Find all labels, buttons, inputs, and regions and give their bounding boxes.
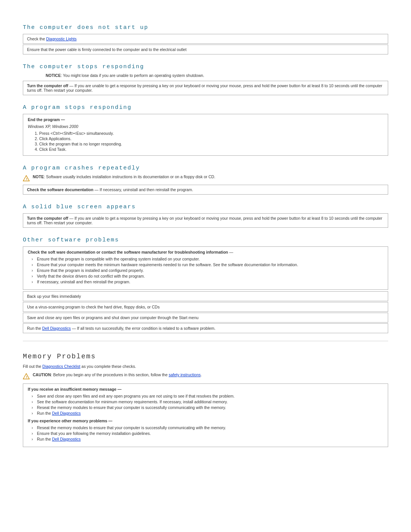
program-stops-box: End the program — Windows XP, Windows 20… xyxy=(23,114,388,156)
other-software-main-box: Check the soft ware documentation or con… xyxy=(23,246,388,290)
section-title-other-software: Other software problems xyxy=(23,237,388,243)
end-program-label: End the program — xyxy=(28,117,383,122)
section-title-stops-responding: The computer stops responding xyxy=(23,64,388,70)
insuf-bullet-3: Reseat the memory modules to ensure that… xyxy=(32,405,383,410)
other-software-bold: Check the soft ware documentation or con… xyxy=(28,250,228,254)
virus-scan-box: Use a virus-scanning program to check th… xyxy=(23,302,388,312)
windows-version-text: Windows XP, Windows 2000 xyxy=(28,124,383,129)
diagnostics-checklist-link[interactable]: Diagnostics Checklist xyxy=(42,364,80,369)
exp-run-pre: Run the xyxy=(37,437,52,441)
no-start-box2: Ensure that the power cable is firmly co… xyxy=(23,45,388,54)
virus-scan-text: Use a virus-scanning program to check th… xyxy=(27,305,159,309)
section-title-memory: Memory Problems xyxy=(23,353,388,360)
step-1: Press <Ctrl><Shift><Esc> simultaneously. xyxy=(39,131,383,136)
other-software-header: Check the soft ware documentation or con… xyxy=(28,250,383,254)
section-title-crashes: A program crashes repeatedly xyxy=(23,165,388,171)
dell-diag-link-insuf[interactable]: Dell Diagnostics xyxy=(52,411,81,415)
insuf-run-pre: Run the xyxy=(37,411,52,415)
safety-instructions-link[interactable]: safety instructions xyxy=(169,372,201,377)
insufficient-memory-header: If you receive an insufficient memory me… xyxy=(28,387,383,391)
blue-screen-bold: Turn the computer off xyxy=(27,216,68,220)
notice-text: : You might lose data if you are unable … xyxy=(61,73,204,78)
other-software-bullets: Ensure that the program is compatible wi… xyxy=(32,257,383,284)
bullet-2: Ensure that your computer meets the mini… xyxy=(32,262,383,267)
check-software-dash: — xyxy=(93,187,99,192)
blue-screen-box: Turn the computer off — If you are unabl… xyxy=(23,213,388,228)
steps-list: Press <Ctrl><Shift><Esc> simultaneously.… xyxy=(39,131,383,152)
caution-row: ! CAUTION: Before you begin any of the p… xyxy=(23,372,388,380)
note-content-crashes: : Software usually includes installation… xyxy=(44,174,215,179)
insufficient-bullets: Save and close any open files and exit a… xyxy=(32,394,383,415)
run-diag-pre: Run the xyxy=(27,326,42,331)
section-divider xyxy=(23,341,388,341)
fill-post: as you complete these checks. xyxy=(80,364,136,369)
notice-label: NOTICE xyxy=(46,73,61,78)
no-start-power-text: Ensure that the power cable is firmly co… xyxy=(27,47,186,52)
backup-files-box: Back up your files immediately xyxy=(23,291,388,301)
experience-bullets: Reseat the memory modules to ensure that… xyxy=(32,425,383,441)
exp-bullet-3: Run the Dell Diagnostics xyxy=(32,437,383,441)
diagnostic-lights-link[interactable]: Diagnostic Lights xyxy=(46,37,76,41)
svg-text:!: ! xyxy=(26,177,27,181)
insufficient-memory-box: If you receive an insufficient memory me… xyxy=(23,383,388,447)
section-title-program-stops: A program stops responding xyxy=(23,104,388,111)
other-software-dash: — xyxy=(228,250,233,254)
backup-files-text: Back up your files immediately xyxy=(27,294,81,299)
insuf-bullet-2: See the software documentation for minim… xyxy=(32,399,383,404)
bullet-4: Verify that the device drivers do not co… xyxy=(32,274,383,278)
turn-off-text: If you are unable to get a response by p… xyxy=(27,83,382,93)
insuf-bullet-1: Save and close any open files and exit a… xyxy=(32,394,383,398)
warning-icon: ! xyxy=(23,175,30,182)
blue-screen-dash: — xyxy=(68,216,74,220)
exp-bullet-2: Ensure that you are following the memory… xyxy=(32,431,383,436)
step-2: Click Applications. xyxy=(39,136,383,141)
bullet-3: Ensure that the program is installed and… xyxy=(32,268,383,273)
blue-screen-text: If you are unable to get a response by p… xyxy=(27,216,382,225)
experience-header: If you experience other memory problems … xyxy=(28,419,383,423)
svg-text:!: ! xyxy=(26,375,27,379)
turn-off-dash: — xyxy=(68,83,74,88)
check-software-text: If necessary, uninstall and then reinsta… xyxy=(100,187,193,192)
no-start-box1: Check the Diagnostic Lights xyxy=(23,34,388,44)
note-text-crashes: NOTE: Software usually includes installa… xyxy=(33,174,215,179)
stops-responding-box: Turn the computer off — If you are unabl… xyxy=(23,81,388,95)
step-3: Click the program that is no longer resp… xyxy=(39,142,383,146)
bullet-5: If necessary, uninstall and then reinsta… xyxy=(32,280,383,284)
note-label-crashes: NOTE xyxy=(33,174,44,179)
step-4: Click End Task. xyxy=(39,147,383,152)
run-diag-post: — If all tests run successfully, the err… xyxy=(71,326,215,331)
crashes-box: Check the software documentation — If ne… xyxy=(23,185,388,195)
run-dell-diag-box: Run the Dell Diagnostics — If all tests … xyxy=(23,323,388,333)
dell-diagnostics-link-software[interactable]: Dell Diagnostics xyxy=(42,326,71,331)
section-title-no-start: The computer does not start up xyxy=(23,24,388,31)
save-close-text: Save and close any open files or program… xyxy=(27,315,199,320)
no-start-check-text: Check the xyxy=(27,37,46,41)
fill-text: Fill out the Diagnostics Checklist as yo… xyxy=(23,364,388,369)
section-title-blue-screen: A solid blue screen appears xyxy=(23,204,388,210)
caution-end: . xyxy=(201,372,202,377)
insuf-bullet-4: Run the Dell Diagnostics xyxy=(32,411,383,415)
fill-pre: Fill out the xyxy=(23,364,42,369)
caution-body: : Before you begin any of the procedures… xyxy=(51,372,169,377)
save-close-box: Save and close any open files or program… xyxy=(23,313,388,323)
turn-off-bold: Turn the computer off xyxy=(27,83,68,88)
caution-icon: ! xyxy=(23,373,30,380)
check-software-bold: Check the software documentation xyxy=(27,187,93,192)
dell-diag-link-exp[interactable]: Dell Diagnostics xyxy=(52,437,81,441)
caution-label: CAUTION xyxy=(33,372,51,377)
note-row-crashes: ! NOTE: Software usually includes instal… xyxy=(23,174,388,182)
notice-row: NOTICE: You might lose data if you are u… xyxy=(46,73,388,78)
bullet-1: Ensure that the program is compatible wi… xyxy=(32,257,383,261)
caution-text: CAUTION: Before you begin any of the pro… xyxy=(33,372,202,377)
exp-bullet-1: Reseat the memory modules to ensure that… xyxy=(32,425,383,430)
